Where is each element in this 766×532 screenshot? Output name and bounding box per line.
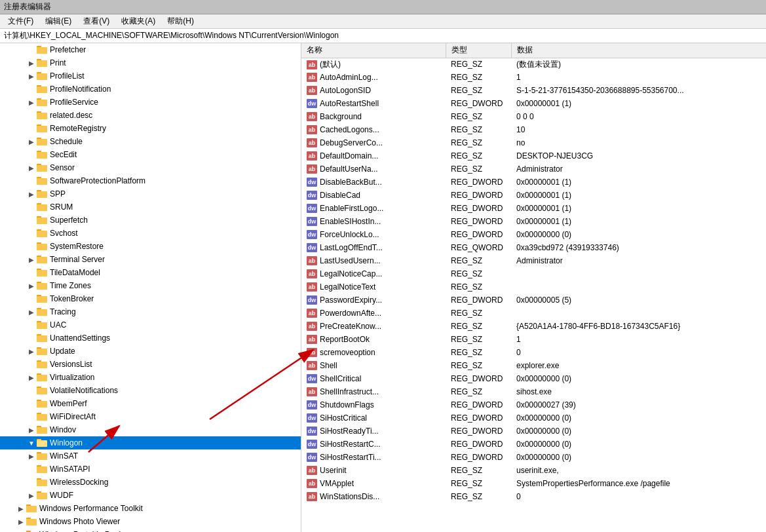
tree-item[interactable]: ProfileNotification — [0, 83, 301, 96]
tree-item[interactable]: VersionsList — [0, 358, 301, 371]
table-row[interactable]: abCachedLogons...REG_SZ10 — [301, 123, 766, 136]
tree-item[interactable]: ▶Schedule — [0, 135, 301, 148]
table-row[interactable]: abReportBootOkREG_SZ1 — [301, 333, 766, 346]
expand-icon[interactable]: ▶ — [26, 374, 37, 381]
table-row[interactable]: abLastUsedUsern...REG_SZAdministrator — [301, 254, 766, 267]
expand-icon[interactable]: ▶ — [26, 348, 37, 355]
tree-item[interactable]: SecEdit — [0, 148, 301, 161]
table-row[interactable]: dwEnableFirstLogo...REG_DWORD0x00000001 … — [301, 202, 766, 215]
expand-icon[interactable]: ▶ — [26, 282, 37, 290]
tree-item[interactable]: ▶Time Zones — [0, 279, 301, 292]
expand-icon[interactable]: ▼ — [26, 440, 37, 447]
tree-item[interactable]: SoftwareProtectionPlatform — [0, 174, 301, 187]
tree-item[interactable]: ▼Winlogon — [0, 436, 301, 449]
table-row[interactable]: dwSiHostReadyTi...REG_DWORD0x00000000 (0… — [301, 425, 766, 438]
table-row[interactable]: abDefaultUserNa...REG_SZAdministrator — [301, 162, 766, 176]
table-row[interactable]: dwAutoRestartShellREG_DWORD0x00000001 (1… — [301, 97, 766, 110]
table-row[interactable]: dwEnableSIHostIn...REG_DWORD0x00000001 (… — [301, 215, 766, 228]
expand-icon[interactable]: ▶ — [26, 60, 37, 67]
tree-item[interactable]: WinSATAPI — [0, 463, 301, 476]
expand-icon[interactable]: ▶ — [26, 99, 37, 106]
table-row[interactable]: dwForceUnlockLo...REG_DWORD0x00000000 (0… — [301, 228, 766, 241]
tree-item[interactable]: WirelessDocking — [0, 476, 301, 489]
tree-item[interactable]: ▶Terminal Server — [0, 253, 301, 266]
folder-icon — [37, 438, 47, 449]
expand-icon[interactable]: ▶ — [26, 427, 37, 434]
table-row[interactable]: dwSiHostRestartC...REG_DWORD0x00000000 (… — [301, 438, 766, 451]
tree-item[interactable]: ▶ProfileList — [0, 69, 301, 83]
table-row[interactable]: abDefaultDomain...REG_SZDESKTOP-NJEU3CG — [301, 149, 766, 162]
tree-item[interactable]: ▶SPP — [0, 187, 301, 200]
tree-item[interactable]: ▶Print — [0, 56, 301, 69]
tree-item[interactable]: ▶Windows Performance Toolkit — [0, 502, 301, 515]
tree-item[interactable]: ▶WinSAT — [0, 449, 301, 463]
col-header-name[interactable]: 名称 — [301, 43, 446, 58]
tree-item[interactable]: ▶Virtualization — [0, 371, 301, 384]
tree-item[interactable]: WiFiDirectAft — [0, 410, 301, 423]
tree-item[interactable]: Svchost — [0, 227, 301, 240]
expand-icon[interactable]: ▶ — [16, 505, 26, 512]
tree-item[interactable]: UAC — [0, 318, 301, 332]
tree-item[interactable]: Superfetch — [0, 214, 301, 227]
tree-item[interactable]: UnattendSettings — [0, 332, 301, 345]
right-pane[interactable]: 名称 类型 数据 ab(默认)REG_SZ(数值未设置)abAutoAdminL… — [301, 43, 766, 532]
tree-item[interactable]: ▶Windov — [0, 423, 301, 436]
menu-help[interactable]: 帮助(H) — [162, 14, 199, 28]
tree-item[interactable]: SRUM — [0, 200, 301, 214]
table-row[interactable]: abShellInfrastruct...REG_SZsihost.exe — [301, 385, 766, 398]
table-row[interactable]: abPreCreateKnow...REG_SZ{A520A1A4-1780-4… — [301, 320, 766, 333]
table-row[interactable]: ab(默认)REG_SZ(数值未设置) — [301, 58, 766, 71]
table-row[interactable]: abAutoLogonSIDREG_SZS-1-5-21-3776154350-… — [301, 84, 766, 97]
expand-icon[interactable]: ▶ — [26, 492, 37, 499]
expand-icon[interactable]: ▶ — [26, 256, 37, 263]
table-row[interactable]: dwShutdownFlagsREG_DWORD0x00000027 (39) — [301, 398, 766, 411]
tree-item[interactable]: ▶Tracing — [0, 305, 301, 318]
tree-item[interactable]: SystemRestore — [0, 240, 301, 253]
tree-item[interactable]: ▶ProfileService — [0, 96, 301, 109]
table-row[interactable]: dwShellCriticalREG_DWORD0x00000000 (0) — [301, 372, 766, 385]
tree-item[interactable]: TokenBroker — [0, 292, 301, 305]
table-row[interactable]: dwSiHostRestartTi...REG_DWORD0x00000000 … — [301, 451, 766, 464]
table-row[interactable]: abShellREG_SZexplorer.exe — [301, 359, 766, 372]
table-row[interactable]: abDebugServerCo...REG_SZno — [301, 136, 766, 149]
table-row[interactable]: dwPasswordExpiry...REG_DWORD0x00000005 (… — [301, 294, 766, 307]
tree-item[interactable]: related.desc — [0, 109, 301, 122]
left-pane[interactable]: Prefetcher▶Print▶ProfileListProfileNotif… — [0, 43, 301, 532]
table-row[interactable]: abWinStationsDis...REG_SZ0 — [301, 490, 766, 503]
tree-item[interactable]: ▶Windows Photo Viewer — [0, 515, 301, 528]
tree-item[interactable]: ▶WUDF — [0, 489, 301, 502]
expand-icon[interactable]: ▶ — [26, 309, 37, 316]
table-row[interactable]: abPowerdownAfte...REG_SZ — [301, 307, 766, 320]
tree-item[interactable]: ▶Update — [0, 345, 301, 358]
menu-favorites[interactable]: 收藏夹(A) — [116, 14, 161, 28]
menu-view[interactable]: 查看(V) — [78, 14, 115, 28]
table-row[interactable]: abscremoveoptionREG_SZ0 — [301, 346, 766, 359]
table-row[interactable]: abAutoAdminLog...REG_SZ1 — [301, 71, 766, 84]
col-header-data[interactable]: 数据 — [511, 43, 766, 58]
table-row[interactable]: abBackgroundREG_SZ0 0 0 — [301, 110, 766, 123]
expand-icon[interactable]: ▶ — [26, 191, 37, 198]
expand-icon[interactable]: ▶ — [26, 138, 37, 145]
table-row[interactable]: dwLastLogOffEndT...REG_QWORD0xa39cbd972 … — [301, 241, 766, 254]
menu-file[interactable]: 文件(F) — [3, 14, 39, 28]
tree-item[interactable]: RemoteRegistry — [0, 122, 301, 135]
tree-item[interactable]: WbemPerf — [0, 397, 301, 410]
tree-item[interactable]: ▶Sensor — [0, 161, 301, 174]
table-row[interactable]: abVMAppletREG_SZSystemPropertiesPerforma… — [301, 477, 766, 490]
table-row[interactable]: abLegalNoticeCap...REG_SZ — [301, 267, 766, 280]
tree-item[interactable]: TileDataModel — [0, 266, 301, 279]
expand-icon[interactable]: ▶ — [26, 453, 37, 460]
expand-icon[interactable]: ▶ — [26, 164, 37, 172]
table-row[interactable]: dwDisableCadREG_DWORD0x00000001 (1) — [301, 189, 766, 202]
table-row[interactable]: abLegalNoticeTextREG_SZ — [301, 280, 766, 294]
table-row[interactable]: dwDisableBackBut...REG_DWORD0x00000001 (… — [301, 176, 766, 189]
col-header-type[interactable]: 类型 — [446, 43, 511, 58]
expand-icon[interactable]: ▶ — [16, 518, 26, 525]
tree-item[interactable]: Prefetcher — [0, 43, 301, 56]
tree-item[interactable]: VolatileNotifications — [0, 384, 301, 397]
tree-item[interactable]: ▶Windows Portable Devices — [0, 528, 301, 532]
table-row[interactable]: dwSiHostCriticalREG_DWORD0x00000000 (0) — [301, 411, 766, 425]
table-row[interactable]: abUserinitREG_SZuserinit.exe, — [301, 464, 766, 477]
menu-edit[interactable]: 编辑(E) — [40, 14, 77, 28]
expand-icon[interactable]: ▶ — [26, 73, 37, 80]
